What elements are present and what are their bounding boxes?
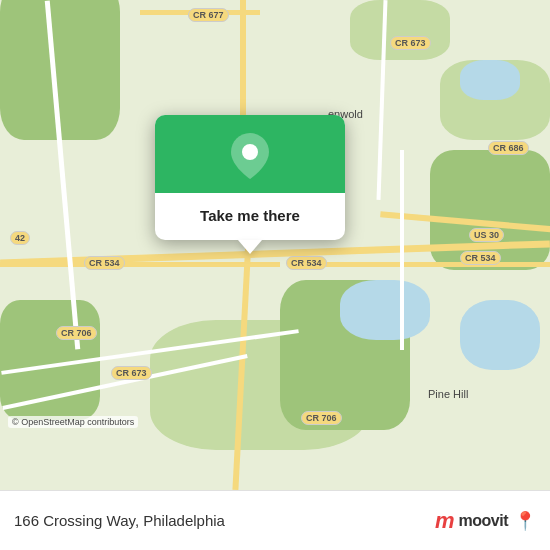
svg-point-0: [242, 144, 258, 160]
road-cr534-east: [290, 262, 550, 267]
moovit-pin-icon: 📍: [514, 510, 536, 532]
road-label-cr706-w: CR 706: [56, 326, 97, 340]
osm-attribution: © OpenStreetMap contributors: [8, 416, 138, 428]
road-label-cr706-s: CR 706: [301, 411, 342, 425]
road-label-42: 42: [10, 231, 30, 245]
address-text: 166 Crossing Way, Philadelphia: [14, 512, 435, 529]
road-label-cr686: CR 686: [488, 141, 529, 155]
road-label-cr673-ne: CR 673: [390, 36, 431, 50]
road-label-cr534-e: CR 534: [460, 251, 501, 265]
popup-header: [155, 115, 345, 193]
location-pin-icon: [231, 133, 269, 179]
moovit-m-letter: m: [435, 508, 455, 534]
water-body: [340, 280, 430, 340]
moovit-text: moovit: [459, 512, 508, 530]
road-label-cr677: CR 677: [188, 8, 229, 22]
take-me-there-button[interactable]: Take me there: [192, 205, 308, 226]
road-cr534: [0, 262, 280, 267]
bottom-bar: 166 Crossing Way, Philadelphia m moovit …: [0, 490, 550, 550]
moovit-logo: m moovit 📍: [435, 508, 536, 534]
road-label-cr673-sw: CR 673: [111, 366, 152, 380]
place-label-pinehill: Pine Hill: [428, 388, 468, 400]
water-body: [460, 300, 540, 370]
popup-card: Take me there: [155, 115, 345, 240]
road-label-cr534-w: CR 534: [84, 256, 125, 270]
map-container: CR 677 CR 673 CR 686 US 30 CR 534 CR 534…: [0, 0, 550, 490]
road-label-us30: US 30: [469, 228, 504, 242]
road-label-cr534-c: CR 534: [286, 256, 327, 270]
water-body: [460, 60, 520, 100]
road-thin4: [400, 150, 404, 350]
park-area: [350, 0, 450, 60]
